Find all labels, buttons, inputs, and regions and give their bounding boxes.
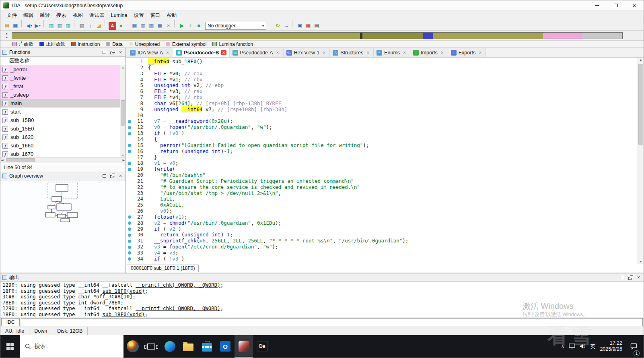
- statement-dot-icon[interactable]: [128, 257, 131, 261]
- menu-item-edit[interactable]: 编辑: [20, 11, 37, 20]
- menu-item-help[interactable]: 帮助: [164, 11, 180, 20]
- menu-item-file[interactable]: 文件: [4, 11, 20, 20]
- function-row-fstat[interactable]: f_fstat: [0, 82, 120, 91]
- code-line[interactable]: 17 }: [126, 155, 638, 161]
- tab-structures[interactable]: AStructures×: [330, 48, 374, 57]
- code-line[interactable]: 14 {: [126, 137, 638, 143]
- code-line[interactable]: 27 fclose(v1);: [126, 214, 638, 220]
- code-line[interactable]: 11 v7 = __readfsqword(0x28u);: [126, 118, 638, 124]
- printer-icon[interactable]: ▧: [78, 21, 86, 30]
- code-line[interactable]: 28 v2 = chmod("/usr/bin/.0guardian", 0x1…: [126, 220, 638, 226]
- statement-dot-icon[interactable]: [128, 246, 131, 249]
- tab-close-icon[interactable]: ×: [321, 50, 327, 55]
- statement-dot-icon[interactable]: [128, 162, 131, 165]
- code-line[interactable]: 13 if ( !v0 ): [126, 130, 638, 137]
- file-explorer-icon[interactable]: [179, 335, 198, 358]
- code-line[interactable]: 1__int64 sub_18F0(): [126, 59, 638, 65]
- tab-close-icon[interactable]: ×: [365, 50, 370, 55]
- snapshot-icon[interactable]: A: [109, 22, 116, 30]
- statement-dot-icon[interactable]: [128, 150, 131, 153]
- function-row-perror[interactable]: f_perror: [0, 65, 120, 74]
- output-line[interactable]: 18F0: using guessed type __int64 sub_18F…: [2, 312, 642, 317]
- navband-segment-6[interactable]: [582, 33, 622, 39]
- navband-segment-4[interactable]: [433, 33, 543, 39]
- clock[interactable]: 17:22 2025/9/26: [600, 340, 622, 352]
- panel-close-button[interactable]: ×: [636, 275, 642, 280]
- function-row-main[interactable]: fmain: [0, 99, 120, 108]
- output-link[interactable]: __printf_chk(_QWORD, _QWORD): [136, 282, 220, 288]
- output-link[interactable]: sub_18F0(void): [102, 311, 144, 317]
- maximize-button[interactable]: [607, 0, 625, 10]
- code-line[interactable]: 15 perror("[Guardian] Failed to open gua…: [126, 143, 638, 149]
- code-line[interactable]: 30 return (unsigned int)-1;: [126, 232, 638, 238]
- highlighter-icon[interactable]: ◢: [95, 21, 103, 30]
- code-line[interactable]: 24 1uLL,: [126, 196, 638, 202]
- statement-dot-icon[interactable]: [128, 234, 131, 237]
- code-line[interactable]: 12 v0 = fopen("/usr/bin/.0guardian", "w"…: [126, 124, 638, 130]
- open-subview-icon[interactable]: ▥: [56, 21, 64, 30]
- output-line[interactable]: 1290: using guessed type __int64 __fastc…: [2, 282, 642, 288]
- tab-exports[interactable]: ↑Exports×: [448, 48, 486, 57]
- menu-item-view[interactable]: 视图: [70, 11, 86, 20]
- save-icon[interactable]: ▦: [11, 21, 20, 30]
- trace-window-icon[interactable]: ▦: [304, 21, 313, 30]
- statement-dot-icon[interactable]: [128, 144, 131, 147]
- code-line[interactable]: 29 if ( v2 ): [126, 226, 638, 232]
- tab-close-icon[interactable]: ×: [402, 50, 407, 55]
- function-row-sub-1620[interactable]: fsub_1620: [0, 133, 120, 141]
- function-row-sub-1660[interactable]: fsub_1660: [0, 141, 120, 150]
- navband-segment-3[interactable]: [423, 33, 433, 39]
- start-process-icon[interactable]: ▶: [178, 21, 186, 30]
- debugger-select[interactable]: No debugger▾: [205, 22, 266, 30]
- tab-close-icon[interactable]: ×: [440, 50, 445, 55]
- tab-close-icon[interactable]: ×: [477, 50, 483, 55]
- output-link[interactable]: dword_78E0: [90, 300, 120, 306]
- code-line[interactable]: 18 v1 = v0;: [126, 160, 638, 166]
- code-line[interactable]: 20 "#!/bin/bash\n": [126, 172, 638, 178]
- statement-dot-icon[interactable]: [128, 168, 131, 171]
- code-line[interactable]: 6 FILE *v3; // rax: [126, 89, 638, 95]
- output-link[interactable]: off_3CA8[10]: [96, 294, 132, 300]
- language-indicator[interactable]: 英: [591, 343, 596, 350]
- float-button[interactable]: [619, 275, 625, 280]
- statement-dot-icon[interactable]: [128, 240, 131, 243]
- attach-icon[interactable]: ↻: [274, 21, 282, 30]
- taskbar-search-box[interactable]: 搜索: [20, 335, 123, 358]
- tab-hex-view-1[interactable]: 01Hex View-1×: [284, 48, 330, 57]
- step-into-icon[interactable]: →: [282, 21, 290, 30]
- volume-icon[interactable]: [580, 344, 586, 349]
- modules-icon[interactable]: ▤: [313, 21, 321, 30]
- network-icon[interactable]: [569, 344, 575, 350]
- idc-mode-button[interactable]: IDC: [1, 318, 20, 326]
- navband-segment-5[interactable]: [543, 33, 583, 39]
- output-panel-header[interactable]: 输出 ×: [0, 273, 644, 282]
- tab-imports[interactable]: ↓Imports×: [410, 48, 448, 57]
- panel-close-button[interactable]: ×: [117, 50, 123, 55]
- float-button[interactable]: [101, 173, 107, 178]
- code-line[interactable]: 21 "# Guardian Script: Periodically trig…: [126, 178, 638, 184]
- menu-item-windows[interactable]: 窗口: [147, 11, 164, 20]
- code-line[interactable]: 33 v4 = v3;: [126, 250, 638, 256]
- hidden-icons-chevron[interactable]: ∧: [561, 344, 564, 349]
- statement-dot-icon[interactable]: [128, 228, 131, 231]
- statement-dot-icon[interactable]: [128, 221, 131, 225]
- graph-overview-canvas[interactable]: [0, 180, 126, 273]
- command-input[interactable]: [21, 318, 643, 326]
- statement-dot-icon[interactable]: [128, 126, 131, 129]
- navigation-band[interactable]: [12, 32, 623, 39]
- function-row-start[interactable]: fstart: [0, 108, 120, 116]
- code-line[interactable]: 34 if ( !v3 ): [126, 256, 638, 262]
- statement-dot-icon[interactable]: [128, 120, 131, 123]
- hscroll-thumb[interactable]: [6, 158, 35, 162]
- pinned-bird-app-icon[interactable]: [123, 335, 142, 358]
- output-line[interactable]: 3CA8: using guessed type char *off_3CA8[…: [2, 294, 642, 300]
- store-icon[interactable]: [198, 335, 216, 358]
- dock-button[interactable]: [109, 50, 115, 55]
- jump-address-icon[interactable]: ↓: [86, 21, 95, 30]
- tab-close-icon[interactable]: ×: [221, 50, 226, 55]
- xrefs-chart-icon[interactable]: ▨: [147, 21, 156, 30]
- code-line[interactable]: 4 FILE *v1; // rbx: [126, 77, 638, 83]
- menu-item-search[interactable]: 搜索: [53, 11, 70, 20]
- action-center-button[interactable]: 1: [627, 335, 640, 358]
- output-link[interactable]: __printf_chk(_QWORD, _QWORD): [136, 305, 220, 311]
